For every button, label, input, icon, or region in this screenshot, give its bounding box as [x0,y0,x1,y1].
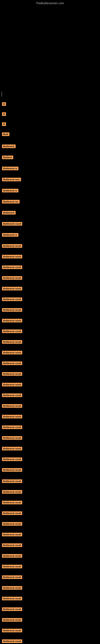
list-item: B [2,122,6,126]
list-item: Bottleneck result [2,340,22,344]
list-item: Bottleneck result [2,415,22,418]
list-item: Bottleneck result [2,458,22,461]
list-item: Bottleneck result [2,383,22,386]
list-item: B [2,102,6,106]
list-item: Bottleneck result [2,244,22,248]
list-item: Bottleneck result [2,255,22,258]
list-item: Bottleneck re [2,233,18,237]
list-item: Bottleneck result [2,586,22,590]
list-item: Bottl [2,132,9,136]
list-item: Bottleneck result [2,447,22,450]
list-item: Bottleneck result [2,308,22,312]
list-item: Bottleneck result [2,512,22,515]
list-item: Bottleneck result [2,276,22,280]
list-item: Bottleneck re [2,189,18,192]
list-item: Bottleneck result [2,436,22,440]
list-item: Bottleneck result [2,362,22,365]
list-item: Bottlene [2,156,13,159]
list-item: Bottleneck result [2,618,22,622]
list-item: Bottleneck result [2,607,22,611]
list-item: Bottleneck result [2,351,22,354]
list-item: Bottleneck result [2,554,22,558]
list-item: Bottleneck result [2,319,22,322]
list-item: Bottleneck result [2,544,22,547]
list-item: Bottleneck result [2,287,22,290]
list-item: Bottleneck result [2,404,22,408]
list-item: Bottleneck result [2,372,22,376]
list-item: Bottleneck [2,211,16,214]
list-item: Bottleneck result [2,522,22,526]
list-item: Bottleneck result [2,490,22,494]
list-item: Bottleneck result [2,533,22,536]
list-item: Bottleneck result [2,394,22,397]
list-item: Bottleneck result [2,501,22,504]
list-item: Bottleneck result [2,222,22,226]
list-item: Bottleneck result [2,426,22,429]
list-item: Bottleneck resu [2,178,21,181]
list-item: Bottleneck result [2,629,22,632]
list-item: B [2,112,6,116]
list-item: Bottleneck res [2,200,20,204]
list-item: Bottleneck re [2,167,18,170]
list-item: Bottleneck result [2,468,22,472]
list-item: Bottleneck result [2,330,22,333]
list-item: Bottleneck result [2,597,22,600]
list-item: Bottleneck result [2,639,22,643]
list-item: Bottleneck result [2,298,22,301]
list-item: Bottleneck [2,144,16,148]
list-item: Bottleneck result [2,480,22,483]
list-item: Bottleneck result [2,575,22,579]
site-title: TheBottlenecker.com [0,0,100,6]
list-item: Bottleneck result [2,266,22,269]
list-item: Bottleneck result [2,565,22,568]
